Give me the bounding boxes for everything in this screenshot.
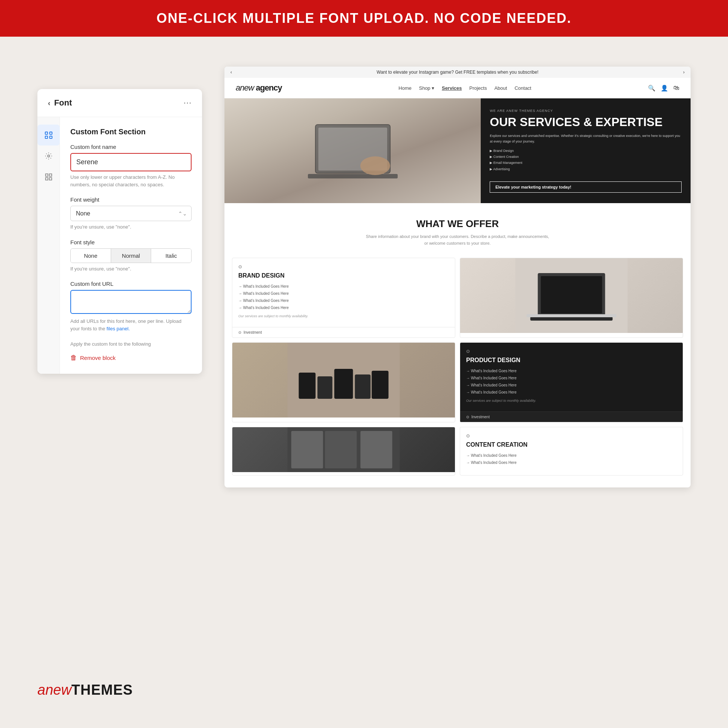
svg-rect-11 — [308, 174, 398, 179]
custom-font-url-input[interactable] — [70, 290, 191, 314]
product-design-icon: ⊙ — [466, 349, 677, 354]
svg-rect-22 — [355, 375, 371, 399]
brand-design-investment[interactable]: ⊙ Investment — [232, 327, 455, 338]
hero-section: WE ARE ANEW THEMES AGENCY OUR SERVICES &… — [225, 98, 691, 203]
nav-services[interactable]: Services — [442, 85, 462, 91]
font-weight-select[interactable]: None — [70, 206, 191, 221]
cart-icon[interactable]: 🛍 — [673, 84, 679, 92]
nav-links: Home Shop ▾ Services Projects About Cont… — [398, 85, 531, 91]
brand-item-3: → What's Included Goes Here — [238, 297, 449, 304]
nav-contact[interactable]: Contact — [514, 85, 531, 91]
files-panel-link[interactable]: files panel. — [107, 326, 130, 332]
brand-design-image-card — [460, 258, 683, 338]
svg-rect-1 — [49, 132, 52, 134]
brand-anew: anew — [37, 682, 72, 698]
product-design-investment[interactable]: ⊙ Investment — [460, 411, 683, 422]
svg-rect-27 — [361, 431, 392, 468]
remove-block-button[interactable]: 🗑 Remove block — [70, 348, 191, 363]
custom-font-hint: Use only lower or upper characters from … — [70, 174, 191, 188]
section-title: Custom Font Section — [70, 128, 191, 136]
font-weight-hint: If you're unsure, use "none". — [70, 223, 191, 231]
investment-icon-1: ⊙ — [238, 330, 241, 335]
what-we-offer-sub: Share information about your brand with … — [364, 234, 551, 246]
hero-label: WE ARE ANEW THEMES AGENCY — [490, 109, 682, 113]
content-creation-image — [232, 427, 455, 472]
brand-design-content: ⊙ BRAND DESIGN → What's Included Goes He… — [232, 258, 455, 327]
panel-title: Font — [54, 98, 72, 108]
brand-item-1: → What's Included Goes Here — [238, 283, 449, 290]
service-row-2: ⊙ PRODUCT DESIGN → What's Included Goes … — [232, 342, 683, 422]
settings-card: ‹ Font ⋯ — [37, 89, 202, 374]
content-creation-items: → What's Included Goes Here → What's Inc… — [466, 452, 677, 466]
left-panel: ‹ Font ⋯ — [37, 67, 202, 374]
service-row-1: ⊙ BRAND DESIGN → What's Included Goes He… — [232, 258, 683, 338]
nav-about[interactable]: About — [494, 85, 507, 91]
svg-rect-20 — [318, 376, 333, 399]
content-creation-content: ⊙ CONTENT CREATION → What's Included Goe… — [460, 427, 683, 475]
content-creation-image-card — [232, 427, 455, 476]
nav-projects[interactable]: Projects — [469, 85, 487, 91]
product-design-items: → What's Included Goes Here → What's Inc… — [466, 367, 677, 396]
more-options-icon[interactable]: ⋯ — [183, 98, 191, 108]
announcement-right-arrow[interactable]: › — [683, 70, 685, 75]
product-design-card: ⊙ PRODUCT DESIGN → What's Included Goes … — [460, 342, 683, 422]
hero-list-item-3: ▶ Email Management — [490, 160, 682, 166]
svg-rect-17 — [527, 314, 616, 317]
top-banner: ONE-CLICK MULTIPLE FONT UPLOAD. NO CODE … — [0, 0, 728, 37]
svg-rect-0 — [45, 132, 47, 134]
hero-title: OUR SERVICES & EXPERTISE — [490, 116, 682, 129]
sidebar-icon-settings[interactable] — [37, 125, 60, 145]
font-style-italic-btn[interactable]: Italic — [151, 249, 191, 263]
card-header-left: ‹ Font — [48, 98, 72, 108]
svg-rect-2 — [45, 136, 47, 138]
font-style-none-btn[interactable]: None — [71, 249, 111, 263]
svg-rect-6 — [49, 174, 51, 176]
custom-font-name-input[interactable] — [71, 154, 191, 171]
product-item-2: → What's Included Goes Here — [466, 375, 677, 382]
nav-shop[interactable]: Shop ▾ — [419, 85, 434, 91]
product-design-note: Our services are subject to monthly avai… — [466, 399, 677, 402]
font-weight-group: Font weight None If you're unsure, use "… — [70, 196, 191, 231]
hero-overlay: WE ARE ANEW THEMES AGENCY OUR SERVICES &… — [481, 98, 691, 203]
hero-list-item-4: ▶ Advertising — [490, 166, 682, 172]
logo-anew: anew — [236, 83, 254, 92]
remove-block-label: Remove block — [80, 355, 116, 361]
font-weight-label: Font weight — [70, 196, 191, 203]
svg-rect-5 — [45, 174, 47, 176]
brand-item-2: → What's Included Goes Here — [238, 290, 449, 297]
brand-logo: anewTHEMES — [37, 682, 133, 698]
font-style-buttons: None Normal Italic — [70, 248, 191, 263]
bottom-brand: anewTHEMES — [37, 682, 133, 698]
brand-design-items: → What's Included Goes Here → What's Inc… — [238, 283, 449, 311]
trash-icon: 🗑 — [70, 354, 77, 362]
investment-label-1: Investment — [243, 330, 262, 335]
services-grid: ⊙ BRAND DESIGN → What's Included Goes He… — [225, 254, 691, 488]
hero-cta[interactable]: Elevate your marketing strategy today! — [490, 182, 682, 193]
svg-rect-25 — [291, 431, 323, 468]
nav-home[interactable]: Home — [398, 85, 411, 91]
hero-list-item-2: ▶ Content Creation — [490, 154, 682, 160]
font-style-hint: If you're unsure, use "none". — [70, 265, 191, 273]
account-icon[interactable]: 👤 — [661, 84, 668, 92]
hero-desc: Explore our services and unmatched exper… — [490, 133, 682, 144]
hero-list: ▶ Brand Design ▶ Content Creation ▶ Emai… — [490, 148, 682, 172]
custom-font-name-label: Custom font name — [70, 144, 191, 150]
sidebar-icon-grid[interactable] — [37, 167, 60, 187]
announcement-left-arrow[interactable]: ‹ — [231, 70, 232, 75]
brand-design-title: BRAND DESIGN — [238, 272, 449, 279]
brand-design-card: ⊙ BRAND DESIGN → What's Included Goes He… — [232, 258, 455, 338]
content-creation-title: CONTENT CREATION — [466, 442, 677, 448]
content-creation-icon: ⊙ — [466, 433, 677, 439]
brand-design-image — [460, 258, 683, 333]
candles-image — [232, 343, 455, 418]
svg-point-4 — [47, 155, 50, 157]
svg-rect-3 — [49, 136, 52, 138]
back-arrow-icon[interactable]: ‹ — [48, 99, 50, 107]
svg-rect-23 — [372, 371, 389, 399]
laptop-desk-image — [225, 98, 481, 203]
font-style-normal-btn[interactable]: Normal — [111, 249, 151, 263]
font-weight-select-wrapper: None — [70, 206, 191, 221]
sidebar-icon-gear[interactable] — [37, 145, 60, 167]
custom-font-url-label: Custom font URL — [70, 281, 191, 287]
search-icon[interactable]: 🔍 — [648, 84, 655, 92]
